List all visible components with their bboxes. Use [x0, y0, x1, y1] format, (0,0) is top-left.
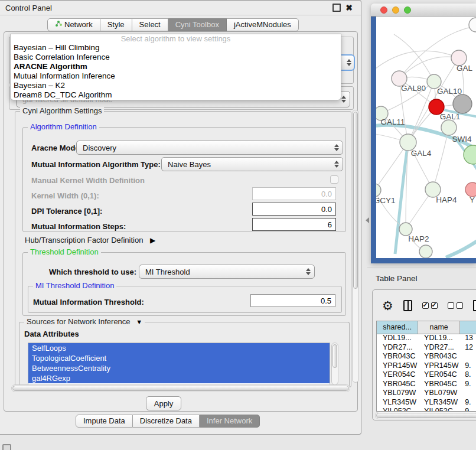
manual-kernel-checkbox[interactable] — [330, 175, 338, 184]
table-cell: YBR043C — [418, 352, 460, 361]
settings-gear-icon[interactable]: ⚙ — [382, 299, 393, 312]
collapse-arrow-icon[interactable]: ▼ — [136, 318, 142, 326]
select-all-icon[interactable] — [422, 302, 438, 309]
kernel-width-label: Kernel Width (0,1): — [31, 191, 99, 200]
data-attributes-list[interactable]: SelfLoopsTopologicalCoefficientBetweenne… — [28, 343, 330, 385]
network-node[interactable] — [464, 145, 476, 164]
tab-label: Select — [139, 19, 161, 31]
attribute-item-gal4rgexp[interactable]: gal4RGexp — [28, 373, 330, 383]
network-node-swi4[interactable] — [441, 120, 457, 135]
network-node-gal4[interactable] — [400, 134, 416, 151]
table-cell: 9. — [460, 380, 476, 389]
mi-steps-value: 6 — [328, 220, 332, 229]
tab-cyni-toolbox[interactable]: Cyni Toolbox — [168, 18, 227, 31]
attribute-item-topologicalcoefficient[interactable]: TopologicalCoefficient — [28, 353, 330, 363]
network-node-gcy1[interactable] — [376, 184, 381, 197]
table-body: YDL19...YDL19...13YDR27...YDR27...12YBR0… — [377, 334, 476, 411]
algorithm-option-dream8-dc-tdc-algorithm[interactable]: Dream8 DC_TDC Algorithm — [11, 90, 341, 100]
table-row[interactable]: YIL052CYIL052C9 — [377, 407, 476, 411]
checked-box-icon — [422, 302, 429, 309]
table-toolbar: ⚙ — [373, 290, 476, 321]
attribute-item-betweennesscentrality[interactable]: BetweennessCentrality — [28, 363, 330, 373]
network-node[interactable] — [469, 18, 476, 32]
app-root: Control Panel ✖ NetworkStyleSelectCyni T… — [0, 0, 476, 450]
attribute-item-selfloops[interactable]: SelfLoops — [28, 343, 330, 353]
tab-discretize-data[interactable]: Discretize Data — [133, 415, 200, 428]
hub-definition-toggle[interactable]: Hub/Transcription Factor Definition ▶ — [25, 236, 155, 244]
document-icon[interactable] — [473, 300, 476, 311]
splitter-handle[interactable] — [363, 217, 369, 223]
table-row[interactable]: YBR045CYBR045C9. — [377, 380, 476, 389]
tab-label: Style — [107, 19, 125, 31]
table-row[interactable]: YLR345WYLR345W9. — [377, 398, 476, 407]
table-row[interactable]: YBR043CYBR043C — [377, 352, 476, 361]
dpi-tolerance-field[interactable]: 0.0 — [252, 203, 336, 216]
table-row[interactable]: YDR27...YDR27...12 — [377, 343, 476, 353]
network-node[interactable] — [419, 245, 432, 258]
aracne-mode-combo[interactable]: Discovery — [76, 141, 343, 155]
group-title: Threshold Definition — [28, 248, 101, 256]
algorithm-option-bayesian-k2[interactable]: Bayesian – K2 — [11, 81, 341, 90]
group-title: MI Threshold Definition — [33, 282, 116, 290]
tab-impute-data[interactable]: Impute Data — [76, 415, 133, 428]
tab-label: Impute Data — [83, 415, 125, 427]
which-threshold-combo[interactable]: MI Threshold — [139, 265, 315, 279]
network-window-titlebar[interactable] — [371, 4, 476, 17]
mi-threshold-field[interactable]: 0.5 — [250, 294, 335, 307]
aracne-mode-label: Aracne Mode: — [31, 144, 82, 152]
settings-horizontal-scrollbar[interactable] — [11, 384, 350, 392]
algorithm-option-aracne-algorithm[interactable]: ARACNE Algorithm — [11, 62, 341, 71]
tab-infer-network[interactable]: Infer Network — [200, 415, 260, 428]
mi-algorithm-type-combo[interactable]: Naive Bayes — [161, 157, 343, 171]
network-edge-highlighted[interactable] — [446, 240, 476, 257]
column-header-shared[interactable]: shared... — [377, 321, 418, 334]
kernel-width-field[interactable]: 0.0 — [252, 187, 336, 200]
minimize-traffic-light[interactable] — [392, 6, 399, 14]
column-header-name[interactable]: name — [418, 321, 460, 334]
apply-button[interactable]: Apply — [146, 396, 181, 410]
checked-box-icon — [431, 302, 438, 309]
window-title: Control Panel — [0, 4, 52, 12]
tab-label: jActiveMNodules — [234, 19, 291, 31]
threshold-definition-groupbox: Threshold Definition Which threshold to … — [22, 252, 346, 316]
mi-threshold-label: Mutual Information Threshold: — [33, 298, 144, 306]
data-attributes-label: Data Attributes — [24, 330, 79, 338]
table-row[interactable]: YPR145WYPR145W9. — [377, 361, 476, 371]
tab-label: Network — [64, 19, 93, 31]
split-columns-icon[interactable] — [403, 300, 412, 311]
tab-select[interactable]: Select — [132, 18, 168, 31]
algorithm-option-bayesian-hill-climbing[interactable]: Bayesian – Hill Climbing — [11, 43, 341, 53]
network-node-y[interactable] — [465, 182, 476, 197]
close-icon[interactable]: ✖ — [345, 4, 353, 12]
mi-steps-field[interactable]: 6 — [252, 218, 336, 231]
network-node-label: GAL80 — [401, 84, 426, 93]
mi-steps-label: Mutual Information Steps: — [31, 222, 126, 231]
close-traffic-light[interactable] — [380, 6, 387, 14]
tab-network[interactable]: Network — [47, 18, 100, 31]
zoom-traffic-light[interactable] — [404, 6, 411, 14]
algorithm-option-mutual-information-inference[interactable]: Mutual Information Inference — [11, 71, 341, 81]
tab-style[interactable]: Style — [100, 18, 132, 31]
network-edge[interactable] — [376, 51, 459, 71]
network-node[interactable] — [453, 94, 472, 113]
tab-jactivemnodules[interactable]: jActiveMNodules — [227, 18, 299, 31]
table-row[interactable]: YER054CYER054C8. — [377, 370, 476, 380]
attributes-list-scrollbar[interactable] — [331, 343, 338, 385]
table-panel-title: Table Panel — [376, 274, 418, 283]
table-cell: 12 — [460, 343, 476, 353]
algorithm-option-basic-correlation-inference[interactable]: Basic Correlation Inference — [11, 53, 341, 62]
settings-vertical-scrollbar[interactable] — [352, 110, 359, 383]
network-node-hap2[interactable] — [399, 223, 412, 236]
float-panel-icon[interactable] — [332, 4, 341, 12]
group-title: Sources for Network Inference ▼ — [24, 318, 145, 326]
column-header-2[interactable] — [460, 321, 476, 334]
minimized-panel-icon[interactable] — [2, 444, 11, 450]
table-row[interactable]: YBL079WYBL079W — [377, 389, 476, 398]
deselect-all-icon[interactable] — [448, 302, 463, 309]
table-row[interactable]: YDL19...YDL19...13 — [377, 334, 476, 343]
network-edge[interactable] — [433, 128, 449, 190]
network-canvas[interactable]: GALGAL80GAL10GAL1GAL11SWI4GAL4GCY1HAP4YH… — [376, 17, 476, 258]
table-horizontal-scrollbar[interactable] — [375, 412, 476, 419]
dpi-tolerance-value: 0.0 — [321, 205, 332, 214]
mi-threshold-value: 0.5 — [321, 296, 331, 305]
